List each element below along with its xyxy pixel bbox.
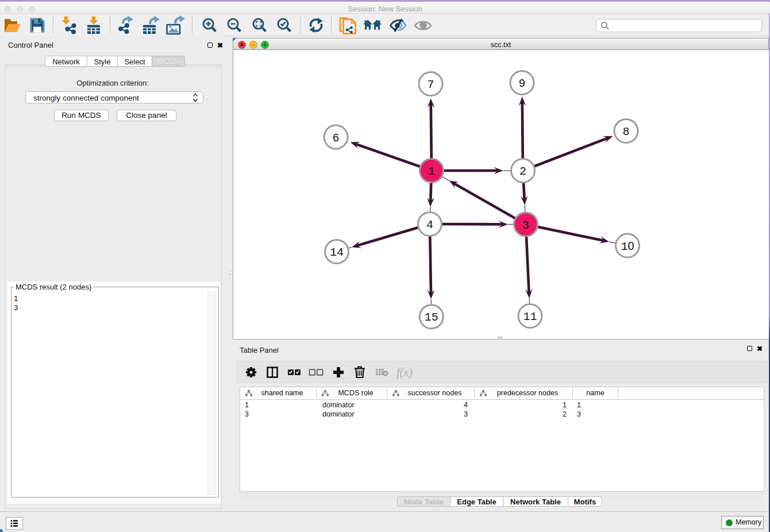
svg-text:10: 10 bbox=[621, 240, 634, 253]
svg-text:9: 9 bbox=[518, 77, 525, 90]
svg-text:14: 14 bbox=[330, 246, 344, 259]
svg-text:8: 8 bbox=[622, 125, 629, 138]
svg-text:15: 15 bbox=[425, 311, 438, 324]
svg-text:4: 4 bbox=[426, 218, 433, 232]
svg-text:2: 2 bbox=[519, 165, 526, 178]
svg-text:6: 6 bbox=[332, 132, 339, 145]
svg-text:3: 3 bbox=[522, 219, 529, 232]
svg-text:1: 1 bbox=[428, 165, 435, 178]
svg-text:f(x): f(x) bbox=[396, 366, 413, 379]
svg-text:11: 11 bbox=[523, 310, 537, 323]
svg-text:7: 7 bbox=[427, 78, 434, 91]
